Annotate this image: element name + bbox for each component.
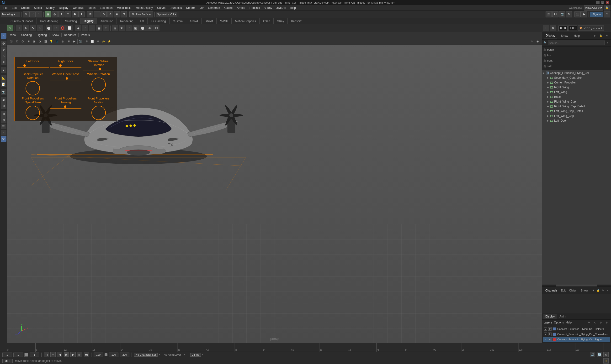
select-tool[interactable]: ↖ bbox=[1, 33, 6, 39]
outliner-item-left-wing-cap[interactable]: ▶ Left_Wing_Cap bbox=[542, 114, 611, 118]
outliner-item-right-wing-cap[interactable]: ▶ Right_Wing_Cap bbox=[542, 99, 611, 104]
maximize-button[interactable]: □ bbox=[601, 1, 604, 4]
playback-start-input[interactable] bbox=[94, 352, 103, 357]
select-tool-icon[interactable]: ↖ bbox=[7, 25, 13, 31]
tab-rigging[interactable]: Rigging bbox=[81, 18, 97, 24]
expand-icon-10[interactable]: ▶ bbox=[547, 115, 549, 117]
layer-new-btn[interactable]: ⊕ bbox=[587, 320, 591, 325]
isolate-icon[interactable]: ◎ bbox=[112, 25, 118, 31]
expand-icon-8[interactable]: ▶ bbox=[547, 105, 549, 108]
sign-in-button[interactable]: Sign In bbox=[590, 12, 603, 17]
menu-arnold[interactable]: Arnold bbox=[235, 6, 247, 10]
rp-icon-3[interactable]: ✎ bbox=[605, 34, 609, 38]
snap-grid[interactable]: ⊞ bbox=[87, 11, 93, 17]
tool-btn-2[interactable]: ↩ bbox=[29, 11, 36, 17]
color-icon[interactable]: ⬤ bbox=[139, 25, 146, 31]
attr-editor[interactable]: ≡ bbox=[1, 130, 6, 135]
outliner-item-concept-car[interactable]: ▶ Concept_Futuristic_Flying_Car bbox=[542, 71, 611, 75]
expand-icon-2[interactable]: ▶ bbox=[547, 77, 549, 79]
expand-icon[interactable]: ▶ bbox=[543, 72, 545, 74]
tab-redshift[interactable]: Redshift bbox=[288, 18, 305, 24]
lasso-icon[interactable]: ⭕ bbox=[59, 25, 66, 31]
rotate-tool[interactable]: ↻ bbox=[1, 47, 6, 53]
render-seq-btn[interactable]: 🎞 bbox=[552, 11, 558, 17]
range-thumb[interactable] bbox=[105, 353, 108, 356]
tab-motion-graphics[interactable]: Motion Graphics bbox=[231, 18, 259, 24]
paint-tool[interactable]: 🖌 bbox=[1, 67, 6, 73]
outliner-item-left-wing-cap-detail[interactable]: ▶ Left_Wing_Cap_Detail bbox=[542, 109, 611, 114]
ds-tab-options[interactable]: Options bbox=[554, 321, 564, 324]
cam-top-label[interactable]: top bbox=[547, 54, 551, 56]
render-view[interactable]: 🖥 bbox=[1, 103, 6, 109]
render-btn[interactable]: 🎬 bbox=[545, 11, 552, 17]
menu-help[interactable]: Help bbox=[288, 6, 298, 10]
outliner-item-right-wing[interactable]: ▶ Right_Wing bbox=[542, 85, 611, 90]
annotate-tool[interactable]: 📝 bbox=[1, 81, 6, 87]
component-mode-icon[interactable]: ◈ bbox=[75, 25, 81, 31]
move-tool[interactable]: ✛ bbox=[1, 41, 6, 47]
outliner-item-left-wing[interactable]: ▶ Left_Wing bbox=[542, 90, 611, 94]
tool-btn-3[interactable]: ↪ bbox=[36, 11, 42, 17]
ctrl-right-door-slider[interactable] bbox=[50, 65, 82, 67]
texture-icon[interactable]: ⊡ bbox=[153, 25, 160, 31]
menu-curves[interactable]: Curves bbox=[155, 6, 168, 10]
vp-menu-view[interactable]: View bbox=[9, 33, 18, 37]
vp-menu-panels[interactable]: Panels bbox=[80, 33, 91, 37]
vp-camera-icon[interactable]: 🎥 bbox=[9, 39, 14, 44]
frame-start-input[interactable] bbox=[2, 352, 12, 357]
shelf-editor[interactable]: ⊞ bbox=[1, 111, 6, 117]
camera-tool[interactable]: 📷 bbox=[1, 89, 6, 95]
transport-goto-start[interactable]: ⏮ bbox=[44, 352, 49, 357]
tool-btn-7[interactable]: ❖ bbox=[78, 11, 84, 17]
layer-row-rigged[interactable]: V P Concept_Futuristic_Flying_Car_Rigged bbox=[543, 337, 610, 342]
expand-icon-7[interactable]: ▶ bbox=[547, 100, 549, 103]
ctrl-left-door-slider[interactable] bbox=[17, 65, 49, 67]
minimize-button[interactable]: − bbox=[596, 1, 599, 4]
tab-bifrost[interactable]: Bifrost bbox=[202, 18, 217, 24]
anim-play[interactable]: ▶ bbox=[581, 11, 587, 17]
rp-icon-2[interactable]: 🔒 bbox=[598, 34, 603, 38]
menu-vray[interactable]: V-Ray bbox=[262, 6, 274, 10]
anim-layer-btn[interactable]: ▾ bbox=[183, 353, 186, 356]
layer-v-helpers[interactable]: V bbox=[544, 327, 547, 331]
anim-stop[interactable]: ⬛ bbox=[574, 11, 581, 17]
fps-btn[interactable]: ▾ bbox=[201, 353, 204, 356]
tool-btn-paint[interactable]: ✥ bbox=[58, 11, 65, 17]
outliner-item-secondary-ctrl[interactable]: ▶ Secondary_Controller bbox=[542, 75, 611, 80]
vp-grid-icon[interactable]: ⊞ bbox=[66, 39, 71, 44]
ctrl-steering-thumb[interactable] bbox=[99, 68, 101, 70]
face-icon[interactable]: ▣ bbox=[96, 25, 102, 31]
search-options-btn[interactable]: ▾ bbox=[606, 41, 610, 45]
da-tab-anim[interactable]: Anim bbox=[557, 314, 568, 319]
close-button[interactable]: × bbox=[606, 1, 609, 4]
outliner-item-left-door[interactable]: ▶ Left_Door bbox=[542, 118, 611, 123]
layer-row-helpers[interactable]: V P Concept_Futuristic_Flying_Car_Helper… bbox=[543, 326, 610, 332]
ctrl-steering-slider[interactable] bbox=[83, 69, 114, 71]
layer-opt-btn[interactable]: ◁ bbox=[593, 320, 597, 325]
rotate-tool-icon[interactable]: ↻ bbox=[23, 25, 29, 31]
ch-tab-channels[interactable]: Channels bbox=[544, 288, 559, 293]
display-tool[interactable]: ◉ bbox=[1, 97, 6, 103]
vp-flat-icon[interactable]: ▣ bbox=[31, 39, 37, 44]
lock-btn[interactable]: 🔒 bbox=[604, 5, 610, 11]
layer-editor[interactable]: ⊟ bbox=[1, 117, 6, 123]
tab-mash[interactable]: MASH bbox=[217, 18, 232, 24]
tab-curves-surfaces[interactable]: Curves / Surfaces bbox=[7, 18, 37, 24]
tab-vray[interactable]: VRay bbox=[274, 18, 287, 24]
gamma-mode[interactable]: 🎨 sRGB gamma ▾ bbox=[578, 26, 604, 31]
rp-tab-show[interactable]: Show bbox=[559, 33, 570, 39]
timeline-area[interactable]: 0 6 12 18 24 30 36 42 48 54 60 66 72 78 … bbox=[0, 343, 611, 351]
layer-p-rigged[interactable]: P bbox=[548, 338, 552, 341]
menu-deform[interactable]: Deform bbox=[184, 6, 197, 10]
mel-type-selector[interactable]: MEL bbox=[2, 359, 13, 363]
menu-select[interactable]: Select bbox=[32, 6, 44, 10]
expand-icon-5[interactable]: ▶ bbox=[547, 91, 549, 93]
ch-tab-object[interactable]: Object bbox=[568, 288, 579, 293]
tab-fx-caching[interactable]: FX Caching bbox=[148, 18, 170, 24]
frame-current-input[interactable] bbox=[13, 352, 23, 357]
anim-pref-btn[interactable]: ⚙ bbox=[603, 352, 609, 357]
ctrl-wheels-open-slider[interactable] bbox=[50, 78, 82, 80]
vp-camera-sel-icon[interactable]: 📷 bbox=[78, 39, 83, 44]
rp-tab-help[interactable]: Help bbox=[572, 33, 582, 39]
vp-xray-icon[interactable]: ◎ bbox=[60, 39, 66, 44]
